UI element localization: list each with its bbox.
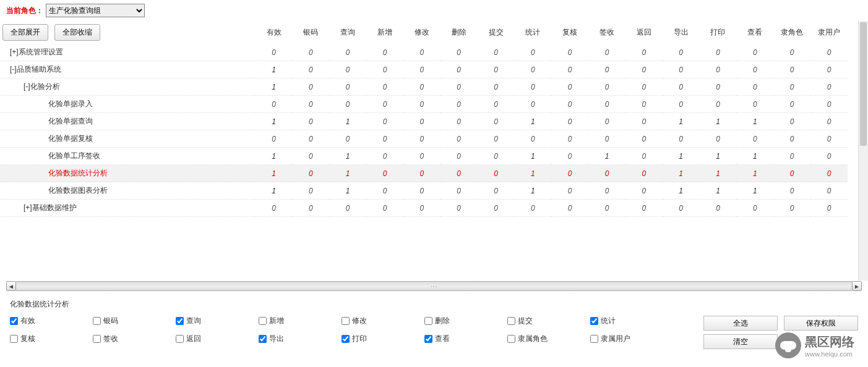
perm-cell[interactable]: 0 xyxy=(625,78,663,96)
perm-cell[interactable]: 0 xyxy=(440,165,478,182)
perm-cell[interactable]: 0 xyxy=(366,113,403,130)
perm-cell[interactable]: 0 xyxy=(440,96,478,113)
perm-cell[interactable]: 0 xyxy=(256,96,293,113)
perm-cell[interactable]: 0 xyxy=(292,165,329,182)
perm-checkbox-item[interactable]: 隶属用户 xyxy=(590,334,671,344)
perm-cell[interactable]: 0 xyxy=(663,96,700,113)
perm-cell[interactable]: 0 xyxy=(700,78,737,96)
perm-cell[interactable]: 1 xyxy=(736,113,773,130)
perm-cell[interactable]: 1 xyxy=(329,113,366,130)
collapse-all-button[interactable]: 全部收缩 xyxy=(54,24,100,41)
perm-cell[interactable]: 0 xyxy=(773,78,810,96)
perm-cell[interactable]: 0 xyxy=(736,130,773,148)
perm-cell[interactable]: 0 xyxy=(329,200,366,217)
perm-cell[interactable]: 0 xyxy=(551,165,588,182)
perm-cell[interactable]: 0 xyxy=(551,78,588,96)
table-row[interactable]: 化验单据录入0000000000000000 xyxy=(0,96,848,113)
perm-cell[interactable]: 0 xyxy=(366,78,403,96)
perm-cell[interactable]: 1 xyxy=(736,165,773,182)
perm-cell[interactable]: 0 xyxy=(366,130,403,148)
perm-cell[interactable]: 0 xyxy=(478,148,515,165)
perm-cell[interactable]: 0 xyxy=(700,44,737,61)
scrollbar-thumb[interactable] xyxy=(860,22,867,146)
perm-cell[interactable]: 0 xyxy=(366,165,403,182)
perm-cell[interactable]: 0 xyxy=(810,165,848,182)
perm-cell[interactable]: 0 xyxy=(663,130,700,148)
perm-cell[interactable]: 0 xyxy=(810,44,848,61)
perm-cell[interactable]: 0 xyxy=(514,130,551,148)
perm-checkbox[interactable] xyxy=(10,317,18,325)
perm-cell[interactable]: 0 xyxy=(403,96,440,113)
perm-checkbox-item[interactable]: 提交 xyxy=(507,316,588,326)
perm-cell[interactable]: 0 xyxy=(292,130,329,148)
perm-checkbox-item[interactable]: 删除 xyxy=(424,316,505,326)
perm-cell[interactable]: 0 xyxy=(700,130,737,148)
perm-cell[interactable]: 1 xyxy=(700,182,737,200)
perm-cell[interactable]: 0 xyxy=(292,200,329,217)
perm-cell[interactable]: 1 xyxy=(514,148,551,165)
perm-cell[interactable]: 0 xyxy=(773,200,810,217)
perm-cell[interactable]: 0 xyxy=(773,148,810,165)
perm-cell[interactable]: 0 xyxy=(625,200,663,217)
perm-cell[interactable]: 0 xyxy=(478,182,515,200)
perm-cell[interactable]: 0 xyxy=(329,44,366,61)
perm-cell[interactable]: 1 xyxy=(514,182,551,200)
perm-cell[interactable]: 0 xyxy=(625,165,663,182)
perm-cell[interactable]: 1 xyxy=(329,165,366,182)
perm-cell[interactable]: 1 xyxy=(663,113,700,130)
perm-cell[interactable]: 0 xyxy=(773,44,810,61)
perm-cell[interactable]: 0 xyxy=(514,78,551,96)
role-select[interactable]: 生产化验查询组 xyxy=(46,4,145,17)
perm-cell[interactable]: 0 xyxy=(625,44,663,61)
perm-cell[interactable]: 0 xyxy=(366,44,403,61)
perm-checkbox-item[interactable]: 查看 xyxy=(424,334,505,344)
perm-cell[interactable]: 0 xyxy=(625,113,663,130)
perm-cell[interactable]: 0 xyxy=(478,44,515,61)
perm-cell[interactable]: 1 xyxy=(514,165,551,182)
perm-checkbox[interactable] xyxy=(507,335,515,343)
perm-cell[interactable]: 1 xyxy=(256,61,293,78)
perm-cell[interactable]: 0 xyxy=(551,200,588,217)
perm-cell[interactable]: 0 xyxy=(478,78,515,96)
perm-checkbox[interactable] xyxy=(10,335,18,343)
perm-cell[interactable]: 1 xyxy=(588,148,625,165)
perm-cell[interactable]: 0 xyxy=(588,61,625,78)
perm-checkbox-item[interactable]: 查询 xyxy=(176,316,256,326)
table-row[interactable]: [+] 基础数据维护0000000000000000 xyxy=(0,200,848,217)
perm-checkbox-item[interactable]: 统计 xyxy=(590,316,671,326)
perm-cell[interactable]: 0 xyxy=(700,61,737,78)
perm-cell[interactable]: 1 xyxy=(329,148,366,165)
perm-cell[interactable]: 0 xyxy=(700,96,737,113)
perm-cell[interactable]: 1 xyxy=(700,165,737,182)
perm-checkbox[interactable] xyxy=(342,335,350,343)
perm-cell[interactable]: 0 xyxy=(663,44,700,61)
perm-cell[interactable]: 0 xyxy=(551,130,588,148)
perm-cell[interactable]: 0 xyxy=(292,113,329,130)
table-row[interactable]: 化验单据查询1010000100011100 xyxy=(0,113,848,130)
perm-cell[interactable]: 0 xyxy=(329,130,366,148)
perm-cell[interactable]: 0 xyxy=(403,165,440,182)
perm-cell[interactable]: 0 xyxy=(478,96,515,113)
perm-cell[interactable]: 0 xyxy=(366,182,403,200)
perm-cell[interactable]: 0 xyxy=(403,200,440,217)
perm-cell[interactable]: 0 xyxy=(329,96,366,113)
perm-cell[interactable]: 0 xyxy=(588,113,625,130)
perm-cell[interactable]: 1 xyxy=(256,78,293,96)
perm-checkbox[interactable] xyxy=(93,317,101,325)
perm-cell[interactable]: 1 xyxy=(663,148,700,165)
perm-checkbox[interactable] xyxy=(342,317,350,325)
perm-cell[interactable]: 0 xyxy=(588,96,625,113)
perm-cell[interactable]: 0 xyxy=(551,44,588,61)
perm-cell[interactable]: 0 xyxy=(440,44,478,61)
perm-checkbox-item[interactable]: 返回 xyxy=(176,334,256,344)
perm-cell[interactable]: 0 xyxy=(625,130,663,148)
table-row[interactable]: 化验单工序签收1010000101011100 xyxy=(0,148,848,165)
perm-cell[interactable]: 0 xyxy=(366,61,403,78)
perm-cell[interactable]: 0 xyxy=(256,44,293,61)
perm-cell[interactable]: 0 xyxy=(551,113,588,130)
horizontal-scrollbar[interactable]: ◄ ∙∙∙ ► xyxy=(6,281,862,292)
table-row[interactable]: 化验数据统计分析1010000100011100 xyxy=(0,165,848,182)
perm-cell[interactable]: 0 xyxy=(736,44,773,61)
perm-cell[interactable]: 0 xyxy=(588,78,625,96)
perm-checkbox-item[interactable]: 有效 xyxy=(10,316,90,326)
